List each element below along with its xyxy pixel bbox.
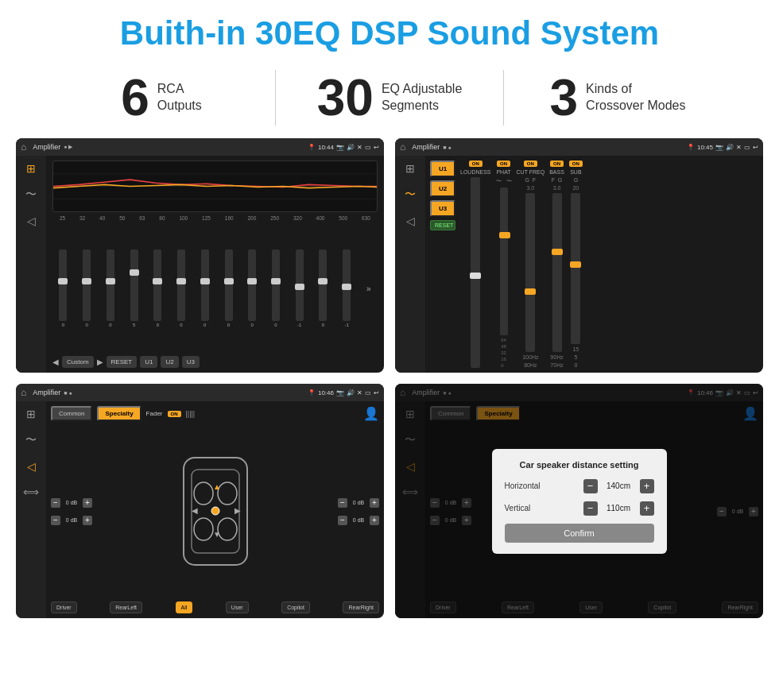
bass-thumb[interactable] — [552, 249, 563, 255]
slider-thumb-12[interactable] — [342, 284, 351, 290]
rl-db-value: 0 dB — [62, 517, 81, 523]
spk-sidebar-speaker-icon[interactable]: ◁ — [27, 460, 36, 473]
eq-u3-btn[interactable]: U3 — [182, 356, 200, 368]
slider-thumb-8[interactable] — [247, 278, 257, 284]
slider-thumb-2[interactable] — [106, 278, 115, 284]
slider-thumb-11[interactable] — [318, 278, 327, 284]
slider-track-9[interactable] — [272, 249, 280, 321]
eq-arrow-right[interactable]: » — [366, 284, 371, 293]
slider-track-1[interactable] — [83, 249, 91, 321]
slider-track-5[interactable] — [177, 249, 185, 321]
amp-reset-btn[interactable]: RESET — [430, 220, 455, 230]
amp-sidebar-speaker-icon[interactable]: ◁ — [406, 215, 415, 227]
rr-minus-btn[interactable]: − — [338, 516, 347, 525]
spk-specialty-btn[interactable]: Specialty — [97, 406, 141, 421]
spk-sidebar-eq-icon[interactable]: ⊞ — [26, 408, 36, 420]
horizontal-plus-btn[interactable]: + — [640, 479, 654, 493]
cutfreq-thumb[interactable] — [525, 288, 536, 295]
eq-arrow-left[interactable]: ◀ — [52, 358, 59, 366]
eq-u2-btn[interactable]: U2 — [161, 356, 178, 368]
phat-slider[interactable] — [500, 188, 508, 335]
slider-track-2[interactable] — [107, 249, 114, 321]
eq-sidebar-wave-icon[interactable]: 〜 — [25, 188, 37, 202]
amp-sidebar-wave-icon[interactable]: 〜 — [405, 188, 416, 202]
back-icon[interactable]: ↩ — [374, 144, 379, 151]
fr-plus-btn[interactable]: + — [370, 498, 379, 508]
spk-rearleft-btn[interactable]: RearLeft — [110, 601, 142, 613]
slider-val-9: 0 — [274, 323, 277, 327]
slider-thumb-5[interactable] — [176, 278, 186, 284]
signal-icon: ✕ — [357, 144, 362, 151]
eq-slider-0: 0 — [59, 249, 67, 327]
fl-minus-btn[interactable]: − — [51, 498, 60, 508]
slider-val-4: 0 — [157, 323, 159, 327]
spk-driver-btn[interactable]: Driver — [51, 601, 77, 613]
vertical-plus-btn[interactable]: + — [640, 501, 654, 516]
confirm-button[interactable]: Confirm — [505, 524, 654, 543]
slider-track-6[interactable] — [201, 249, 209, 321]
rr-plus-btn[interactable]: + — [370, 516, 379, 525]
spk-sidebar-wave-icon[interactable]: 〜 — [25, 433, 37, 447]
eq-sidebar-eq-icon[interactable]: ⊞ — [26, 162, 36, 175]
slider-thumb-10[interactable] — [295, 284, 304, 290]
eq-sidebar-speaker-icon[interactable]: ◁ — [27, 215, 36, 227]
amp-back-icon[interactable]: ↩ — [753, 144, 758, 151]
amp-preset-u1[interactable]: U1 — [430, 160, 455, 177]
home-icon[interactable]: ⌂ — [21, 141, 26, 153]
eq-reset-btn[interactable]: RESET — [107, 356, 138, 368]
slider-thumb-4[interactable] — [153, 278, 162, 284]
fr-minus-btn[interactable]: − — [338, 498, 347, 508]
slider-track-0[interactable] — [59, 249, 67, 321]
amp-home-icon[interactable]: ⌂ — [400, 141, 405, 153]
slider-thumb-9[interactable] — [271, 278, 281, 284]
spk-rearright-btn[interactable]: RearRight — [343, 601, 379, 613]
loudness-thumb[interactable] — [470, 273, 481, 279]
slider-thumb-0[interactable] — [58, 278, 68, 284]
amp-preset-u3[interactable]: U3 — [430, 200, 455, 217]
spk-volume-icon: 🔊 — [347, 389, 355, 396]
slider-track-3[interactable] — [130, 249, 138, 321]
vertical-minus-btn[interactable]: − — [583, 501, 598, 516]
dialog-screen-card: ⌂ Amplifier ■ ● 📍 10:46 📷 🔊 ✕ ▭ ↩ ⊞ 〜 — [395, 384, 763, 618]
stat-crossover-text: Kinds ofCrossover Modes — [586, 81, 685, 114]
sub-slider[interactable] — [571, 193, 580, 344]
loudness-slider[interactable] — [471, 177, 480, 368]
fl-plus-btn[interactable]: + — [83, 498, 92, 508]
svg-text:▼: ▼ — [213, 530, 221, 539]
spk-all-btn[interactable]: All — [176, 601, 193, 613]
horizontal-minus-btn[interactable]: − — [583, 479, 598, 493]
spk-user-btn[interactable]: User — [226, 601, 249, 613]
amp-preset-u2[interactable]: U2 — [430, 180, 455, 197]
eq-play-btn[interactable]: ▶ — [97, 358, 103, 366]
spk-sidebar-arrows-icon[interactable]: ⟺ — [23, 485, 39, 498]
rl-plus-btn[interactable]: + — [83, 516, 92, 525]
cutfreq-slider[interactable] — [525, 193, 535, 352]
spk-copilot-btn[interactable]: Copilot — [281, 601, 310, 613]
slider-thumb-1[interactable] — [82, 278, 91, 284]
dialog-title: Car speaker distance setting — [505, 460, 654, 470]
spk-content: ⊞ 〜 ◁ ⟺ Common Specialty Fader ON ||||| — [16, 401, 384, 618]
slider-track-7[interactable] — [225, 249, 233, 321]
spk-home-icon[interactable]: ⌂ — [21, 387, 26, 398]
slider-track-11[interactable] — [319, 249, 327, 321]
freq-32: 32 — [79, 215, 85, 221]
eq-custom-btn[interactable]: Custom — [62, 356, 94, 368]
slider-thumb-6[interactable] — [200, 278, 210, 284]
phat-thumb[interactable] — [499, 232, 510, 238]
bass-slider[interactable] — [552, 193, 562, 352]
person-icon[interactable]: 👤 — [363, 406, 379, 421]
db-control-fl: − 0 dB + — [51, 498, 92, 508]
amp-content: ⊞ 〜 ◁ U1 U2 U3 RESET ON LOU — [395, 156, 763, 373]
slider-track-4[interactable] — [153, 249, 161, 321]
sub-thumb[interactable] — [570, 261, 581, 268]
eq-u1-btn[interactable]: U1 — [140, 356, 157, 368]
spk-common-btn[interactable]: Common — [51, 406, 92, 421]
slider-thumb-7[interactable] — [224, 278, 234, 284]
spk-back-icon[interactable]: ↩ — [374, 389, 379, 396]
slider-track-12[interactable] — [343, 249, 351, 321]
slider-track-8[interactable] — [248, 249, 256, 321]
slider-track-10[interactable] — [296, 249, 304, 321]
slider-thumb-3[interactable] — [130, 269, 139, 276]
rl-minus-btn[interactable]: − — [51, 516, 60, 525]
amp-sidebar-eq-icon[interactable]: ⊞ — [405, 162, 415, 175]
